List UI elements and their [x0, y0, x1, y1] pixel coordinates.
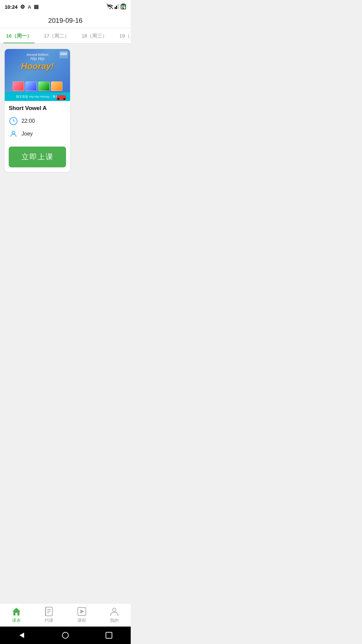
- teacher-row: Joey: [9, 129, 66, 139]
- home-button[interactable]: [62, 632, 69, 639]
- card-info: Short Vowel A 22:00 Joey 立即上课: [5, 101, 70, 172]
- svg-point-13: [12, 131, 15, 134]
- wifi-icon: [107, 4, 113, 10]
- start-class-button[interactable]: 立即上课: [9, 147, 66, 167]
- signal-icon: [115, 4, 119, 10]
- nav-label-book: 约课: [45, 618, 53, 624]
- nav-item-schedule[interactable]: 课表: [0, 603, 33, 627]
- svg-rect-2: [116, 6, 117, 9]
- svg-rect-3: [117, 4, 118, 9]
- course-time: 22:00: [21, 118, 35, 124]
- svg-rect-6: [122, 4, 125, 5]
- recents-button[interactable]: [105, 632, 113, 639]
- red-car-icon: [57, 95, 66, 100]
- day-tab-3[interactable]: 19（周四）: [113, 28, 131, 43]
- nav-label-courses: 课程: [77, 618, 86, 624]
- nav-item-courses[interactable]: 课程: [65, 603, 98, 627]
- main-content: PEARSON Second Edition Hip Hip Hooray!: [0, 44, 131, 603]
- day-tab-1[interactable]: 17（周二）: [38, 28, 76, 43]
- android-nav-bar: [0, 627, 131, 644]
- svg-marker-14: [12, 608, 20, 615]
- nav-item-mine[interactable]: 我的: [98, 603, 131, 627]
- svg-point-24: [62, 632, 68, 638]
- day-tab-2[interactable]: 18（周三）: [75, 28, 113, 43]
- course-title: Short Vowel A: [9, 105, 66, 112]
- date-display: 2019-09-16: [48, 17, 82, 24]
- nav-item-book[interactable]: 约课: [33, 603, 66, 627]
- day-tab-0[interactable]: 16（周一）: [0, 28, 38, 43]
- clock-icon: [9, 117, 17, 125]
- play-icon: [77, 607, 87, 616]
- back-button[interactable]: [18, 632, 25, 639]
- font-icon: A: [27, 4, 31, 10]
- svg-marker-23: [19, 633, 24, 638]
- svg-rect-7: [122, 5, 125, 6]
- clock-icon-wrapper: [9, 116, 18, 126]
- user-icon-wrapper: [9, 129, 18, 139]
- svg-rect-25: [106, 632, 112, 638]
- status-bar: 10:24 ⚙ A ▤: [0, 0, 131, 12]
- page-header: 2019-09-16: [0, 12, 131, 28]
- nav-label-mine: 我的: [110, 618, 119, 624]
- user-icon: [9, 130, 17, 138]
- profile-icon: [109, 607, 119, 616]
- book-title: Second Edition Hip Hip Hooray!: [9, 53, 66, 71]
- course-card: PEARSON Second Edition Hip Hip Hooray!: [5, 49, 70, 172]
- home-icon: [11, 607, 21, 616]
- time-display: 10:24: [5, 4, 17, 10]
- cover-illustrations: [7, 82, 67, 91]
- teacher-name: Joey: [21, 131, 33, 137]
- sim-icon: ▤: [34, 4, 39, 10]
- svg-rect-1: [115, 7, 116, 9]
- bottom-nav: 课表 约课 课程: [0, 603, 131, 627]
- gear-icon: ⚙: [20, 4, 25, 10]
- book-subtitle-strip: 朗文新版 Hip Hip Hooray！教材: [5, 92, 70, 101]
- svg-marker-21: [80, 609, 84, 613]
- svg-rect-4: [119, 4, 120, 9]
- book-cover: PEARSON Second Edition Hip Hip Hooray!: [5, 49, 70, 101]
- book-icon: [44, 607, 54, 616]
- svg-point-22: [113, 608, 116, 611]
- battery-icon: [121, 3, 126, 10]
- day-tabs-container: 16（周一） 17（周二） 18（周三） 19（周四） 20（周五）: [0, 28, 131, 44]
- time-row: 22:00: [9, 116, 66, 126]
- nav-label-schedule: 课表: [12, 618, 21, 624]
